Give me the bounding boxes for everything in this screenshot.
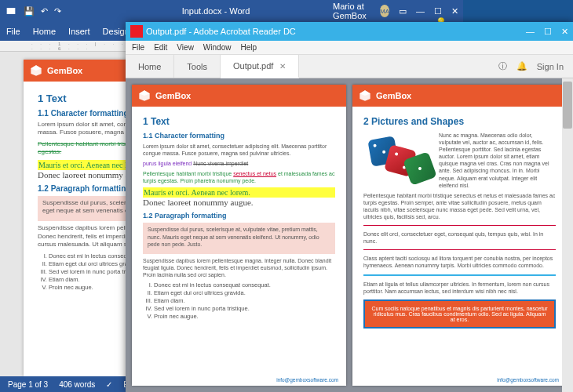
banner-text: GemBox	[376, 91, 411, 100]
undo-icon[interactable]: ↶	[41, 6, 48, 16]
status-page[interactable]: Page 1 of 3	[8, 380, 48, 389]
menu-window[interactable]: Window	[203, 43, 232, 52]
pdf-page-1[interactable]: GemBox 1 Text 1.1 Character formatting L…	[132, 85, 346, 386]
svg-rect-3	[130, 25, 143, 38]
scrollbar-thumb[interactable]	[563, 82, 572, 129]
word-app-icon	[5, 5, 17, 17]
minimize-icon[interactable]: —	[526, 27, 535, 37]
avatar[interactable]: MA	[380, 5, 389, 17]
menu-help[interactable]: Help	[240, 43, 257, 52]
acrobat-document-area: GemBox 1 Text 1.1 Character formatting L…	[126, 78, 573, 392]
pdf-page-2[interactable]: GemBox 2 Pictures and Shapes Nunc ac mag…	[352, 85, 567, 386]
close-icon[interactable]: ✕	[561, 27, 568, 37]
acrobat-tabbar: Home Tools Output.pdf✕ ⓘ 🔔 Sign In	[126, 55, 573, 78]
bell-icon[interactable]: 🔔	[516, 61, 527, 71]
spellcheck-icon[interactable]: ✓	[106, 380, 112, 389]
para: Etiam at ligula et tellus ullamcorper ul…	[363, 281, 556, 295]
highlighted-text: Mauris et orci. Aenean nec lorem.	[143, 187, 335, 198]
heading-2a: 1.1 Character formatting	[143, 132, 335, 140]
box-text: Donec elit orci, consectetuer eget, cons…	[363, 230, 556, 245]
cursive-text: Donec laoreet nonummy augue.	[143, 198, 335, 207]
heading-1: 2 Pictures and Shapes	[363, 116, 556, 127]
para: Lorem ipsum dolor sit amet, consectetuer…	[143, 143, 335, 157]
green-text: Pellentesque habitant morbi tristique se…	[143, 170, 335, 184]
page-footer: info@gemboxsoftware.com	[132, 374, 346, 386]
heading-2b: 1.2 Paragraph formatting	[143, 212, 335, 220]
para: Class aptent taciti sociosqu ad litora t…	[363, 255, 556, 269]
acrobat-app-icon	[130, 25, 143, 38]
page-footer: info@gemboxsoftware.com	[352, 374, 567, 386]
menu-edit[interactable]: Edit	[154, 43, 167, 52]
ribbon-insert[interactable]: Insert	[68, 27, 90, 36]
divider-red	[363, 249, 556, 250]
acrobat-title: Output.pdf - Adobe Acrobat Reader DC	[143, 27, 526, 36]
tab-close-icon[interactable]: ✕	[279, 62, 286, 71]
list-item: Sed vel lorem in nunc porta tristique.	[154, 305, 335, 312]
word-titlebar: 💾 ↶ ↷ Input.docx - Word Mario at GemBox …	[0, 0, 463, 22]
scrollbar[interactable]	[562, 78, 573, 392]
ordered-list: Donec est mi in lectus consequat consequ…	[154, 281, 335, 320]
pink-box: Suspendisse dui purus, scelerisque at, v…	[143, 223, 335, 253]
maximize-icon[interactable]: ☐	[434, 6, 442, 16]
menu-view[interactable]: View	[177, 43, 194, 52]
gembox-logo-icon	[359, 89, 371, 102]
list-item: Proin nec augue.	[154, 313, 335, 320]
divider-red	[363, 225, 556, 226]
redo-icon[interactable]: ↷	[54, 6, 61, 16]
ribbon-opts-icon[interactable]: ▭	[399, 6, 407, 16]
maximize-icon[interactable]: ☐	[544, 27, 552, 37]
divider-blue	[363, 274, 556, 276]
banner-text: GemBox	[155, 91, 191, 100]
acrobat-window: Output.pdf - Adobe Acrobat Reader DC — ☐…	[126, 22, 573, 392]
word-title: Input.docx - Word	[99, 6, 333, 16]
help-icon[interactable]: ⓘ	[498, 60, 507, 72]
gembox-logo-icon	[138, 89, 151, 102]
pdf-content-1: 1 Text 1.1 Character formatting Lorem ip…	[132, 107, 346, 374]
tab-document[interactable]: Output.pdf✕	[221, 55, 299, 78]
minimize-icon[interactable]: —	[416, 6, 425, 16]
save-icon[interactable]: 💾	[24, 6, 35, 16]
gembox-logo-icon	[30, 64, 42, 77]
heading-1: 1 Text	[143, 116, 335, 127]
list-item: Donec est mi in lectus consequat consequ…	[154, 281, 335, 289]
signin-button[interactable]: Sign In	[537, 62, 564, 71]
acrobat-titlebar: Output.pdf - Adobe Acrobat Reader DC — ☐…	[126, 22, 573, 41]
styled-para: purus ligula eleifend Nunc viverra imper…	[143, 160, 335, 167]
list-item: Etiam eget dui orci ultrices gravida.	[154, 289, 335, 296]
tab-home[interactable]: Home	[126, 55, 174, 78]
para: Suspendisse dapibus lorem pellentesque m…	[143, 257, 335, 278]
tab-tools[interactable]: Tools	[174, 55, 221, 78]
orange-callout: Cum sociis natoque penatibus et magnis d…	[363, 299, 556, 328]
word-user[interactable]: Mario at GemBox	[333, 2, 370, 20]
page-banner: GemBox	[352, 85, 567, 107]
status-words[interactable]: 406 words	[59, 380, 95, 389]
menu-file[interactable]: File	[132, 43, 144, 52]
ribbon-home[interactable]: Home	[33, 27, 56, 36]
banner-text: GemBox	[47, 66, 82, 75]
page-banner: GemBox	[132, 85, 346, 107]
dice-image	[363, 132, 434, 187]
pdf-content-2: 2 Pictures and Shapes Nunc ac magna. Mae…	[352, 107, 567, 374]
list-item: Etiam diam.	[154, 297, 335, 304]
close-icon[interactable]: ✕	[451, 6, 458, 16]
ribbon-file[interactable]: File	[6, 27, 20, 36]
acrobat-menubar: File Edit View Window Help	[126, 41, 573, 55]
para: Pellentesque habitant morbi tristique se…	[363, 192, 556, 220]
